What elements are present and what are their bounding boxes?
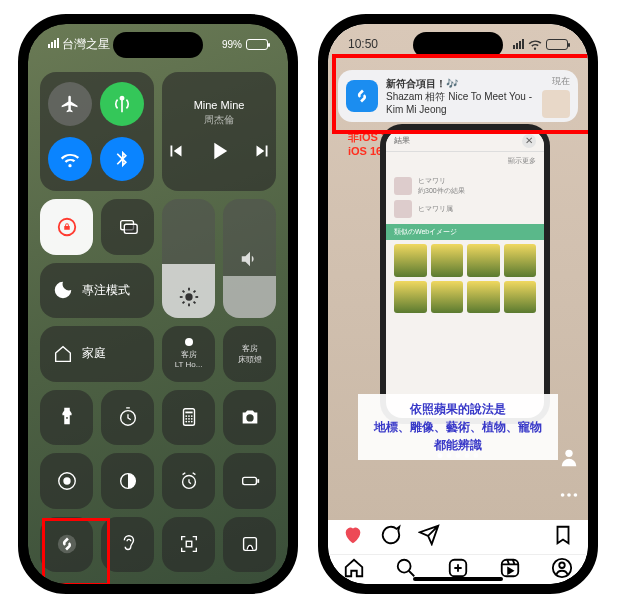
airplane-toggle[interactable] [48,82,92,126]
home-label: 家庭 [82,345,106,362]
low-power-tile[interactable] [223,453,276,509]
notification-body: Shazam 相符 Nice To Meet You - Kim Mi Jeon… [386,90,534,116]
shazam-icon [56,533,78,555]
brightness-slider[interactable] [162,199,215,318]
inner-result-item[interactable]: ヒマワリ 約300件の結果 [394,174,536,198]
svg-line-8 [182,291,184,293]
svg-point-37 [398,559,411,572]
focus-tile[interactable]: 專注模式 [40,263,154,319]
cellular-icon [513,39,524,49]
now-playing-tile[interactable]: Mine Mine 周杰倫 [162,72,276,191]
grid-image[interactable] [504,281,537,314]
nav-profile[interactable] [551,557,573,583]
inner-result-list: ヒマワリ 約300件の結果 ヒマワリ属 [386,170,544,224]
like-button[interactable] [342,524,364,550]
calculator-icon [178,406,200,428]
dynamic-island [113,32,203,58]
hearing-tile[interactable] [101,517,154,573]
inner-section-header: 類似のWebイメージ [386,224,544,240]
flashlight-tile[interactable] [40,390,93,446]
cellular-toggle[interactable] [100,82,144,126]
notes-tile[interactable] [223,517,276,573]
orientation-lock-icon [56,216,78,238]
inner-item-label: ヒマワリ属 [418,204,453,214]
reel-side-actions [556,444,582,508]
bluetooth-toggle[interactable] [100,137,144,181]
next-icon[interactable] [251,140,273,162]
airplane-icon [60,94,80,114]
home-icon [52,343,74,365]
speaker-icon [239,248,261,270]
inner-show-more[interactable]: 顯示更多 [386,152,544,170]
status-right: 99% [222,39,268,50]
comment-button[interactable] [380,524,402,550]
grid-image[interactable] [394,244,427,277]
inner-phone: 結果 ✕ 顯示更多 ヒマワリ 約300件の結果 ヒマワリ属 [380,124,550,424]
close-icon[interactable]: ✕ [522,134,536,148]
nav-home[interactable] [343,557,365,583]
grid-image[interactable] [394,281,427,314]
post-action-bar [328,520,588,554]
inner-header: 結果 ✕ [386,130,544,152]
homekit-tile-1[interactable]: 客房 LT Ho... [162,326,215,382]
inner-result-item[interactable]: ヒマワリ属 [394,198,536,220]
dynamic-island [413,32,503,58]
inner-item-label: ヒマワリ 約300件の結果 [418,176,465,196]
svg-point-21 [188,421,190,423]
grid-image[interactable] [431,244,464,277]
status-left: 台灣之星 [48,36,110,53]
connectivity-group [40,72,154,191]
phone-left: 台灣之星 99% [18,14,298,594]
svg-line-10 [182,302,184,304]
ear-icon [117,533,139,555]
alarm-tile[interactable] [162,453,215,509]
more-icon[interactable] [556,482,582,508]
orientation-lock-tile[interactable] [40,199,93,255]
home-tile[interactable]: 家庭 [40,326,154,382]
volume-slider[interactable] [223,199,276,318]
svg-point-15 [188,415,190,417]
grid-image[interactable] [504,244,537,277]
home-indicator[interactable] [413,577,503,581]
camera-tile[interactable] [223,390,276,446]
shazam-app-icon [346,80,378,112]
phone-right: 10:50 非iOS 17新功能 iOS 16即可嘗試 結果 ✕ 顯示更多 [318,14,598,594]
battery-empty-icon [239,470,261,492]
grid-image[interactable] [467,244,500,277]
svg-point-41 [559,562,565,568]
person-icon[interactable] [556,444,582,470]
timer-tile[interactable] [101,390,154,446]
qr-icon [178,533,200,555]
screen: 台灣之星 99% [28,24,288,584]
dark-mode-tile[interactable] [101,453,154,509]
shazam-notification[interactable]: 新符合項目！🎶 Shazam 相符 Nice To Meet You - Kim… [338,70,578,122]
homekit-tile-2[interactable]: 客房 床頭燈 [223,326,276,382]
grid-image[interactable] [431,281,464,314]
grid-image[interactable] [467,281,500,314]
share-button[interactable] [418,524,440,550]
svg-point-35 [567,493,571,497]
record-tile[interactable] [40,453,93,509]
notification-time: 現在 [552,75,570,88]
calculator-tile[interactable] [162,390,215,446]
wifi-toggle[interactable] [48,137,92,181]
svg-point-16 [190,415,192,417]
save-button[interactable] [552,524,574,550]
notification-thumbnail [542,90,570,118]
timer-icon [117,406,139,428]
prev-icon[interactable] [165,140,187,162]
svg-point-22 [190,421,192,423]
qr-tile[interactable] [162,517,215,573]
thumb-icon [394,177,412,195]
svg-rect-2 [124,224,137,233]
screen-mirror-tile[interactable] [101,199,154,255]
inner-header-title: 結果 [394,135,410,146]
svg-point-20 [185,421,187,423]
shazam-tile[interactable] [40,517,93,573]
battery-text: 99% [222,39,242,50]
svg-rect-23 [185,412,192,414]
play-icon[interactable] [205,137,233,165]
notes-icon [239,533,261,555]
svg-point-36 [574,493,578,497]
svg-point-3 [185,293,192,300]
